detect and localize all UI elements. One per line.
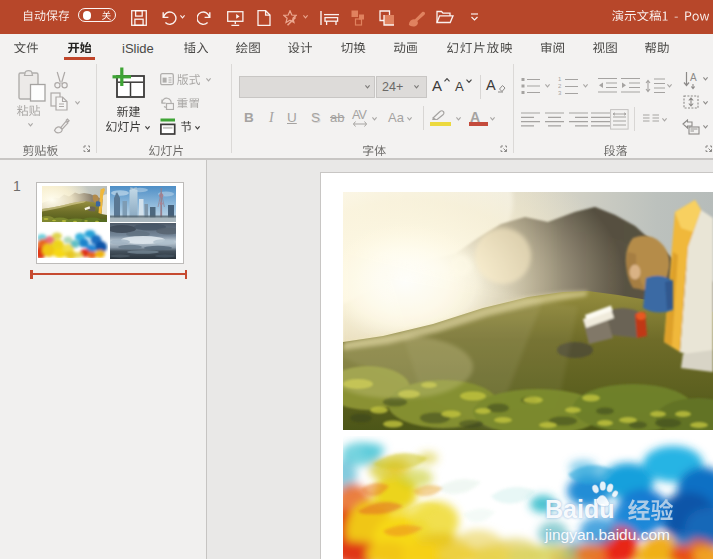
- svg-text:1: 1: [558, 76, 562, 82]
- svg-text:A: A: [690, 72, 697, 83]
- svg-text:3: 3: [558, 90, 562, 96]
- svg-text:2: 2: [558, 83, 562, 89]
